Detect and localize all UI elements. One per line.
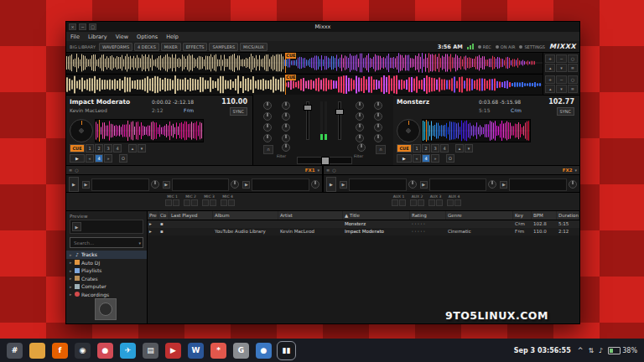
sidebar-item-computer[interactable]: ▸Computer [66, 282, 147, 291]
knob[interactable] [356, 123, 364, 132]
record-button[interactable]: REC [478, 44, 491, 49]
fx-slot-toggle[interactable]: ▶ [242, 181, 250, 189]
knob[interactable] [263, 112, 272, 121]
column-header-duration[interactable]: Duration [557, 211, 579, 220]
menu-view[interactable]: View [112, 34, 132, 40]
knob[interactable] [282, 134, 290, 142]
media-app-icon[interactable]: ● [97, 343, 113, 359]
hotcue-4[interactable]: 4 [440, 144, 449, 153]
web-browser-icon[interactable]: ● [256, 343, 272, 359]
search-input[interactable] [72, 240, 137, 246]
mic-gain-knob[interactable] [210, 199, 216, 206]
zoom-in-button[interactable]: + [545, 54, 555, 63]
column-header-album[interactable]: Album [213, 211, 278, 220]
sidebar-item-auto-dj[interactable]: ▸Auto DJ [66, 259, 147, 267]
settings-button[interactable]: SETTINGS [519, 44, 545, 49]
broadcast-button[interactable]: ON AIR [496, 44, 516, 49]
bpm-display[interactable]: 102.77 [548, 98, 574, 106]
menu-options[interactable]: Options [132, 34, 162, 40]
hotcue-2[interactable]: 2 [422, 144, 430, 153]
aux-talk-button[interactable] [447, 199, 454, 206]
expander-icon[interactable]: ▸ [70, 268, 73, 273]
reloop-button[interactable]: O [446, 154, 454, 163]
column-header-rating[interactable]: Rating [410, 211, 446, 220]
fx-meta-knob[interactable] [408, 180, 417, 189]
menu-help[interactable]: Help [162, 34, 183, 40]
mic-talk-button[interactable] [202, 199, 209, 206]
beats-toggle-icon[interactable]: ≡ [568, 64, 578, 72]
bpm-display[interactable]: 110.00 [221, 98, 247, 106]
mic-talk-button[interactable] [221, 199, 227, 206]
beatjump-forward-button[interactable]: » [104, 154, 112, 163]
mixxx-icon[interactable]: ▮▮ [278, 343, 294, 359]
sidebar-item-crates[interactable]: ▸Crates [66, 275, 147, 283]
menu-library[interactable]: Library [84, 34, 112, 40]
deck2-waveform[interactable]: CUE [66, 74, 543, 95]
fx-slot-name[interactable] [349, 178, 407, 191]
fx-slot-toggle[interactable]: ▶ [82, 181, 90, 189]
fx-slot-name[interactable] [252, 178, 309, 191]
toolbar-effects[interactable]: EFFECTS [183, 43, 208, 51]
mix-mode-icon[interactable]: ≡ [326, 168, 330, 173]
scroll-down-button[interactable]: ▾ [556, 85, 566, 93]
expander-icon[interactable]: ▸ [70, 292, 73, 297]
spinny-vinyl[interactable] [397, 119, 420, 142]
knob[interactable] [282, 112, 290, 121]
fx-meta-knob[interactable] [569, 180, 577, 189]
column-header-genre[interactable]: Genre [446, 211, 513, 220]
expander-icon[interactable]: ▸ [70, 284, 73, 289]
toolbar-4-decks[interactable]: 4 DECKS [134, 43, 159, 51]
files-icon[interactable] [29, 343, 45, 359]
cover-art-spinny[interactable] [95, 298, 117, 320]
column-header-title[interactable]: ▲ Title [343, 211, 410, 220]
cue-button[interactable]: CUE [70, 144, 85, 153]
toolbar-waveforms[interactable]: WAVEFORMS [99, 43, 132, 51]
super-knob-icon[interactable]: ○ [75, 168, 78, 173]
minimize-button[interactable]: − [79, 23, 86, 30]
column-header-last-played[interactable]: Last Played [169, 211, 213, 220]
aux-gain-knob[interactable] [418, 199, 424, 206]
beats-toggle-icon[interactable]: ≡ [568, 85, 578, 93]
overview-waveform[interactable] [422, 119, 531, 142]
column-header-pre[interactable]: Pre [148, 211, 158, 220]
beatjump-forward-button[interactable]: » [431, 154, 439, 163]
column-header-key[interactable]: Key [513, 211, 532, 220]
aux-gain-knob[interactable] [454, 199, 461, 206]
preview-play-button[interactable]: ▶ [72, 222, 81, 231]
aux-talk-button[interactable] [428, 199, 435, 206]
headphone-cue-button[interactable]: ∩ [263, 145, 273, 154]
fx-meta-knob[interactable] [231, 180, 239, 189]
mix-mode-icon[interactable]: ≡ [69, 168, 72, 173]
rate-down-button[interactable]: ▾ [465, 144, 473, 153]
close-button[interactable]: × [69, 23, 76, 30]
mic-talk-button[interactable] [165, 199, 172, 206]
beatjump-back-button[interactable]: « [413, 154, 421, 163]
hotcue-1[interactable]: 1 [86, 144, 94, 153]
knob[interactable] [282, 101, 290, 110]
scroll-down-button[interactable]: ▾ [556, 64, 566, 72]
deck1-waveform[interactable]: CUE [66, 53, 543, 73]
fx-slot-toggle[interactable]: ▶ [163, 181, 170, 189]
expander-icon[interactable]: ▸ [70, 260, 73, 265]
filter-knob[interactable] [357, 143, 366, 152]
beatjump-back-button[interactable]: « [86, 154, 94, 163]
chevron-down-icon[interactable]: ▾ [574, 168, 577, 173]
toolbar-mics-aux[interactable]: MICS/AUX [240, 43, 267, 51]
fx-enable-button[interactable]: ▶ [69, 177, 79, 192]
play-button[interactable]: ▶ [70, 154, 85, 163]
hotcue-2[interactable]: 2 [95, 144, 103, 153]
library-size-label[interactable]: BIG LIBRARY [70, 44, 96, 49]
rate-up-button[interactable]: ▴ [128, 144, 137, 153]
toolbar-samplers[interactable]: SAMPLERS [209, 43, 238, 51]
fx-meta-knob[interactable] [151, 180, 159, 189]
channel1-volume-fader[interactable] [304, 101, 310, 140]
fx-slot-name[interactable] [172, 178, 230, 191]
knob[interactable] [374, 134, 382, 142]
firefox-icon[interactable]: f [52, 343, 68, 359]
zoom-out-button[interactable]: − [556, 75, 566, 84]
fx-slot-name[interactable] [509, 178, 567, 191]
super-knob-icon[interactable]: ○ [332, 168, 335, 173]
fx-slot-name[interactable] [429, 178, 487, 191]
aux-gain-knob[interactable] [436, 199, 443, 206]
fx-slot-toggle[interactable]: ▶ [500, 181, 507, 189]
